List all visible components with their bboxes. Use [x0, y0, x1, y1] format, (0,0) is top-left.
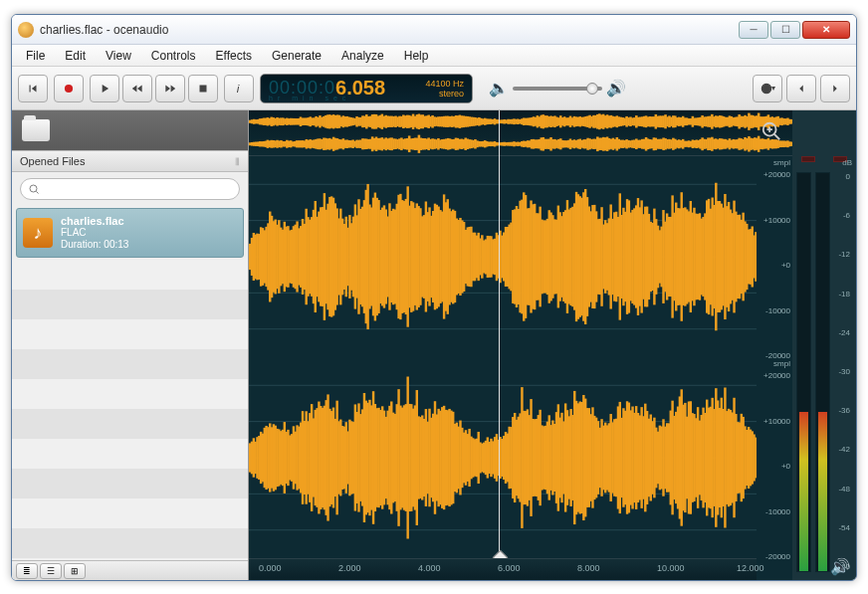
- meter-right[interactable]: [815, 172, 830, 572]
- goto-start-button[interactable]: [18, 75, 48, 102]
- info-button[interactable]: i: [224, 75, 254, 102]
- view-compact-button[interactable]: ☰: [40, 563, 62, 579]
- forward-button[interactable]: [155, 75, 185, 102]
- file-list-item[interactable]: ♪ charlies.flac FLAC Duration: 00:13: [16, 208, 244, 258]
- menu-controls[interactable]: Controls: [141, 47, 206, 65]
- channels-label: stereo: [425, 89, 464, 99]
- file-duration: Duration: 00:13: [61, 239, 128, 251]
- time-ruler[interactable]: 0.0002.0004.0006.0008.00010.00012.000: [249, 558, 757, 580]
- sidebar-header: [12, 110, 248, 150]
- waveform-channels[interactable]: [249, 156, 757, 558]
- menubar: File Edit View Controls Effects Generate…: [12, 45, 856, 67]
- menu-generate[interactable]: Generate: [262, 47, 331, 65]
- volume-low-icon: 🔈: [489, 79, 509, 98]
- search-input[interactable]: [20, 178, 240, 200]
- play-button[interactable]: [90, 75, 119, 102]
- menu-help[interactable]: Help: [394, 47, 439, 65]
- db-scale: dB 0-6-12-18-24-30-36-42-48-54-60: [834, 172, 852, 572]
- toolbar: i 00:00:0 6.058 hr min sec 44100 Hz ster…: [12, 67, 856, 110]
- playhead[interactable]: [499, 110, 500, 558]
- meter-left[interactable]: [796, 172, 811, 572]
- folder-icon[interactable]: [22, 119, 50, 141]
- record-button[interactable]: [54, 75, 84, 102]
- timecode-unit-labels: hr min sec: [269, 95, 350, 101]
- window-title: charlies.flac - ocenaudio: [40, 23, 739, 37]
- close-button[interactable]: ✕: [802, 21, 850, 39]
- svg-rect-1: [200, 85, 207, 92]
- menu-effects[interactable]: Effects: [206, 47, 262, 65]
- view-list-button[interactable]: ≣: [16, 563, 38, 579]
- music-note-icon: ♪: [23, 218, 53, 248]
- menu-file[interactable]: File: [16, 47, 55, 65]
- app-icon: [18, 22, 34, 38]
- sidebar-footer: ≣ ☰ ⊞: [12, 560, 248, 580]
- menu-analyze[interactable]: Analyze: [331, 47, 394, 65]
- file-name: charlies.flac: [61, 215, 128, 227]
- volume-control: 🔈 🔊: [489, 79, 626, 98]
- amplitude-ruler: smpl+20000+10000+0-10000-20000smpl+20000…: [757, 156, 792, 558]
- view-grid-button[interactable]: ⊞: [64, 563, 86, 579]
- speaker-icon[interactable]: 🔊: [830, 557, 850, 576]
- titlebar[interactable]: charlies.flac - ocenaudio ─ ☐ ✕: [12, 15, 856, 45]
- stop-button[interactable]: [188, 75, 218, 102]
- waveform-area: smpl+20000+10000+0-10000-20000smpl+20000…: [249, 110, 856, 580]
- file-list-empty-rows: [12, 260, 248, 560]
- sidebar-search: [12, 172, 248, 206]
- svg-line-5: [774, 134, 780, 140]
- menu-edit[interactable]: Edit: [55, 47, 96, 65]
- volume-thumb[interactable]: [586, 83, 598, 95]
- back-button[interactable]: [786, 75, 816, 102]
- menu-view[interactable]: View: [96, 47, 141, 65]
- file-format: FLAC: [61, 227, 128, 239]
- svg-point-0: [65, 84, 73, 92]
- history-button[interactable]: ▾: [753, 75, 782, 102]
- grip-icon[interactable]: ⦀: [235, 155, 240, 168]
- forward-nav-button[interactable]: [820, 75, 850, 102]
- sidebar: Opened Files ⦀ ♪ charlies.flac FLAC Dura…: [12, 110, 249, 580]
- peak-left-icon: [801, 156, 815, 162]
- zoom-icon[interactable]: [760, 120, 786, 146]
- time-display[interactable]: 00:00:0 6.058 hr min sec 44100 Hz stereo: [260, 74, 473, 103]
- volume-high-icon: 🔊: [606, 79, 626, 98]
- sidebar-section-title: Opened Files ⦀: [12, 150, 248, 172]
- application-window: charlies.flac - ocenaudio ─ ☐ ✕ File Edi…: [11, 14, 857, 581]
- volume-slider[interactable]: [513, 87, 602, 91]
- rewind-button[interactable]: [122, 75, 152, 102]
- level-meters: dB 0-6-12-18-24-30-36-42-48-54-60 🔊: [792, 110, 856, 580]
- svg-text:i: i: [237, 82, 240, 95]
- maximize-button[interactable]: ☐: [770, 21, 800, 39]
- samplerate-label: 44100 Hz: [425, 79, 464, 89]
- waveform-overview[interactable]: [249, 110, 792, 156]
- minimize-button[interactable]: ─: [739, 21, 768, 39]
